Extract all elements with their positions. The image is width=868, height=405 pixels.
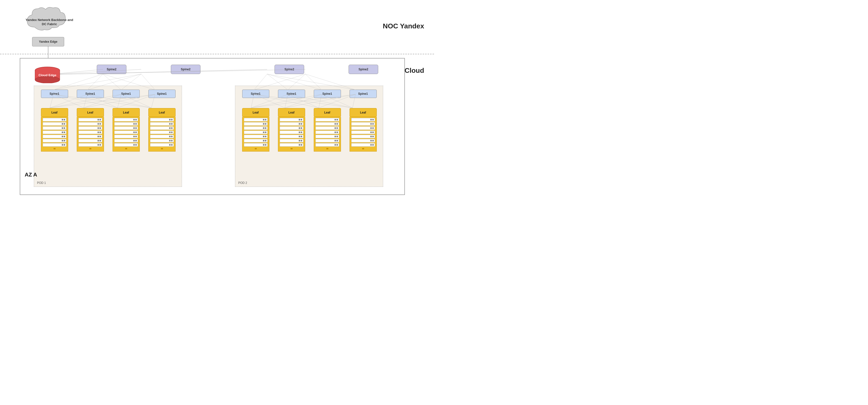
pod2-container: POD 2 Spine1 Spine1 Spine1 Spine1 Leaf	[235, 86, 383, 187]
server-unit	[351, 126, 375, 130]
az-container: Cloud Edge Spine2 Spine2 Spine2 Spine2 P…	[20, 58, 405, 195]
server-unit	[150, 130, 174, 134]
pod2-leaf-2-label: Leaf	[278, 108, 305, 117]
server-bottom	[280, 147, 303, 150]
pod2-leaf-1-label: Leaf	[242, 108, 269, 117]
pod1-leaf-1: Leaf	[41, 108, 68, 152]
pod1-spine1-1: Spine1	[41, 90, 68, 98]
server-unit	[43, 139, 66, 143]
spine2-box-3: Spine2	[275, 65, 304, 74]
svg-point-5	[35, 76, 60, 83]
server-unit	[114, 130, 138, 134]
server-unit	[315, 130, 339, 134]
pod1-container: POD 1 Spine1 Spine1 Spine1 Spine1 Leaf	[34, 86, 182, 187]
server-unit	[244, 118, 268, 121]
pod2-leaf-3: Leaf	[314, 108, 341, 152]
pod1-leaf-1-label: Leaf	[41, 108, 68, 117]
server-unit	[43, 122, 66, 126]
pod2-spine1-row: Spine1 Spine1 Spine1 Spine1	[238, 90, 381, 98]
server-unit	[351, 135, 375, 138]
server-unit	[280, 135, 303, 138]
pod2-leaf-4: Leaf	[349, 108, 377, 152]
svg-text:Cloud Edge: Cloud Edge	[38, 73, 56, 77]
pod2-spine2-row: Spine2 Spine2	[252, 65, 400, 74]
server-bottom	[150, 147, 174, 150]
server-unit	[150, 126, 174, 130]
server-unit	[280, 122, 303, 126]
server-unit	[79, 122, 102, 126]
server-unit	[315, 139, 339, 143]
server-unit	[280, 130, 303, 134]
pod1-spine1-4: Spine1	[148, 90, 176, 98]
server-unit	[150, 139, 174, 143]
server-unit	[315, 143, 339, 147]
spine2-box-2: Spine2	[171, 65, 200, 74]
server-unit	[315, 122, 339, 126]
server-unit	[79, 118, 102, 121]
server-unit	[79, 143, 102, 147]
server-unit	[43, 130, 66, 134]
cloud-edge-icon: Cloud Edge	[34, 66, 61, 83]
server-unit	[244, 130, 268, 134]
pod2-spine1-3: Spine1	[314, 90, 341, 98]
server-unit	[351, 130, 375, 134]
server-unit	[114, 122, 138, 126]
server-unit	[351, 122, 375, 126]
pod2-leaf-2: Leaf	[278, 108, 305, 152]
server-bottom	[114, 147, 138, 150]
server-unit	[315, 118, 339, 121]
pod2-leaf-3-rack	[314, 117, 341, 152]
pod1-leaf-3: Leaf	[113, 108, 140, 152]
pod2-spine1-4: Spine1	[349, 90, 377, 98]
pod1-leaf-4-rack	[148, 117, 176, 152]
cloud-edge-node: Cloud Edge	[34, 66, 61, 83]
server-unit	[114, 126, 138, 130]
server-unit	[280, 118, 303, 121]
pod2-spine1-2: Spine1	[278, 90, 305, 98]
pod1-leaf-4: Leaf	[148, 108, 176, 152]
server-unit	[280, 126, 303, 130]
server-unit	[351, 139, 375, 143]
pod1-leaf-3-label: Leaf	[113, 108, 140, 117]
server-unit	[114, 135, 138, 138]
server-unit	[244, 122, 268, 126]
pod1-leaf-2-label: Leaf	[77, 108, 104, 117]
pod2-leaf-1-rack	[242, 117, 269, 152]
server-unit	[43, 126, 66, 130]
server-unit	[43, 135, 66, 138]
server-unit	[79, 139, 102, 143]
noc-divider	[0, 54, 434, 54]
pod2-leaf-4-rack	[349, 117, 377, 152]
server-unit	[114, 143, 138, 147]
server-unit	[114, 139, 138, 143]
pod1-spine1-row: Spine1 Spine1 Spine1 Spine1	[36, 90, 180, 98]
pod2-label: POD 2	[238, 181, 247, 185]
server-unit	[351, 118, 375, 121]
pod1-leaf-2-rack	[77, 117, 104, 152]
pod2-leaf-1: Leaf	[242, 108, 269, 152]
server-bottom	[351, 147, 375, 150]
server-unit	[79, 130, 102, 134]
pod1-leaf-2: Leaf	[77, 108, 104, 152]
server-unit	[280, 139, 303, 143]
pod1-label: POD 1	[37, 181, 46, 185]
server-unit	[43, 143, 66, 147]
yandex-edge-box: Yandex Edge	[32, 37, 64, 46]
pod1-leaf-4-label: Leaf	[148, 108, 176, 117]
pod1-spine2-row: Spine2 Spine2	[74, 65, 223, 74]
spine2-box-4: Spine2	[349, 65, 378, 74]
server-unit	[244, 135, 268, 138]
server-unit	[150, 143, 174, 147]
pod1-spine1-2: Spine1	[77, 90, 104, 98]
cloud-title: Yandex Network Backbone and DC Fabric	[25, 7, 74, 37]
server-unit	[244, 126, 268, 130]
server-unit	[79, 135, 102, 138]
pod2-leaf-row: Leaf Leaf	[238, 108, 381, 152]
pod2-leaf-3-label: Leaf	[314, 108, 341, 117]
pod1-leaf-1-rack	[41, 117, 68, 152]
server-unit	[315, 126, 339, 130]
server-unit	[280, 143, 303, 147]
server-unit	[114, 118, 138, 121]
noc-yandex-label: NOC Yandex	[383, 22, 424, 30]
server-unit	[150, 118, 174, 121]
